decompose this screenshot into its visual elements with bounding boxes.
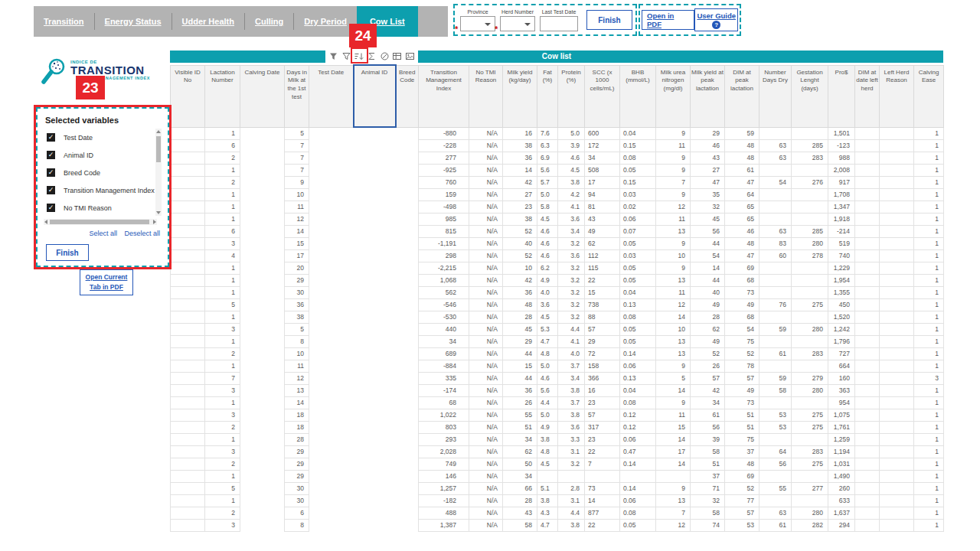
cell-gestation: 277: [792, 482, 828, 494]
cell-fat: 4.5: [537, 311, 558, 323]
filter-icon[interactable]: [341, 51, 352, 62]
cell-dim_left: [855, 458, 880, 470]
cell-no_tmi: N/A: [469, 127, 503, 139]
cell-visible_id: [171, 335, 205, 347]
filter-applied-icon[interactable]: [328, 51, 339, 62]
column-header-dim_first_test[interactable]: Days in Milk at the 1st test: [285, 65, 309, 127]
column-header-calving_ease[interactable]: Calving Ease: [914, 65, 944, 127]
cell-left_reason: [880, 152, 914, 164]
checkbox-checked-icon[interactable]: ✓: [47, 168, 55, 177]
province-select[interactable]: *: [460, 16, 495, 31]
cell-mun: 9: [656, 164, 691, 176]
checkbox-checked-icon[interactable]: ✓: [47, 186, 55, 194]
column-header-dim_left[interactable]: DIM at date left herd: [855, 65, 880, 127]
column-header-no_tmi[interactable]: No TMI Reason: [469, 65, 503, 127]
column-header-bhb[interactable]: BHB (mmol/L): [620, 65, 656, 127]
cell-pros: 1,194: [828, 445, 855, 458]
user-guide-button[interactable]: User Guide ?: [694, 8, 738, 31]
cell-no_tmi: N/A: [469, 262, 503, 274]
herd-number-select[interactable]: *: [500, 16, 535, 31]
finish-button[interactable]: Finish: [586, 10, 632, 30]
column-header-scc[interactable]: SCC (x 1000 cells/mL): [585, 65, 620, 127]
checkbox-checked-icon[interactable]: ✓: [47, 133, 55, 142]
column-header-visible_id[interactable]: Visible ID No: [171, 65, 205, 127]
column-header-mun[interactable]: Milk urea nitrogen (mg/dl): [656, 65, 691, 127]
tab-udder-health[interactable]: Udder Health: [172, 6, 244, 37]
checkbox-checked-icon[interactable]: ✓: [47, 204, 55, 212]
column-header-tmi[interactable]: Transition Management Index: [419, 65, 469, 127]
column-header-animal_id[interactable]: Animal ID: [354, 65, 396, 127]
cell-my_peak: 58: [691, 507, 725, 519]
cell-breed_code: [396, 249, 419, 262]
cell-dim_first_test: 7: [285, 139, 309, 152]
column-header-left_reason[interactable]: Left Herd Reason: [880, 65, 914, 127]
cell-days_dry: 63: [760, 507, 792, 519]
cell-breed_code: [396, 445, 419, 458]
column-header-my_peak[interactable]: Milk yield at peak lactation: [691, 65, 725, 127]
column-header-days_dry[interactable]: Number Days Dry: [760, 65, 792, 127]
column-header-test_date[interactable]: Test Date: [309, 65, 354, 127]
required-asterisk: *: [495, 24, 498, 34]
grid-view-icon[interactable]: [391, 51, 403, 62]
cell-visible_id: [171, 262, 205, 274]
column-header-dim_peak[interactable]: DIM at peak lactation: [725, 65, 760, 127]
cell-fat: 5.3: [537, 323, 558, 335]
select-all-link[interactable]: Select all: [89, 230, 117, 237]
column-header-breed_code[interactable]: Breed Code: [396, 65, 419, 127]
last-test-date-input[interactable]: [540, 16, 578, 31]
column-header-milk_yield[interactable]: Milk yield (kg/day): [503, 65, 537, 127]
exclude-missing-icon[interactable]: [379, 51, 390, 62]
horizontal-scrollbar[interactable]: [44, 219, 157, 225]
image-view-icon[interactable]: [404, 51, 416, 62]
cell-breed_code: [396, 433, 419, 445]
scroll-up-icon[interactable]: [156, 130, 161, 133]
cell-fat: 5.7: [537, 176, 558, 188]
column-header-calving_date[interactable]: Calving Date: [240, 65, 285, 127]
cell-calving_date: [240, 262, 285, 274]
deselect-all-link[interactable]: Deselect all: [124, 230, 160, 237]
vertical-scrollbar[interactable]: [155, 129, 162, 216]
table-row: 315-1,191N/A404.63.2620.0594448832805191: [171, 237, 944, 249]
cell-bhb: 0.05: [620, 164, 656, 176]
open-current-tab-pdf-button[interactable]: Open Current Tab in PDF: [80, 269, 133, 295]
cell-no_tmi: N/A: [469, 311, 503, 323]
tab-culling[interactable]: Culling: [245, 6, 293, 37]
tab-dry-period[interactable]: Dry Period: [294, 6, 357, 37]
magnifier-icon: [37, 57, 70, 90]
variables-finish-button[interactable]: Finish: [46, 244, 89, 261]
cell-dim_left: [855, 323, 880, 335]
column-header-protein[interactable]: Protein (%): [558, 65, 585, 127]
cell-no_tmi: N/A: [469, 139, 503, 152]
aggregate-icon[interactable]: [366, 51, 377, 62]
cell-dim_left: [855, 507, 880, 519]
checkbox-checked-icon[interactable]: ✓: [47, 151, 55, 159]
cell-calving_date: [240, 127, 285, 139]
scroll-thumb[interactable]: [156, 136, 161, 162]
scroll-thumb[interactable]: [50, 220, 149, 224]
column-header-gestation[interactable]: Gestation Lenght (days): [792, 65, 828, 127]
cell-days_dry: 63: [760, 139, 792, 152]
cell-dim_first_test: 36: [285, 298, 309, 311]
tab-transition[interactable]: Transition: [34, 6, 94, 37]
scroll-down-icon[interactable]: [156, 211, 161, 214]
cell-milk_yield: 26: [503, 396, 537, 409]
cell-dim_peak: 75: [725, 335, 760, 347]
cell-animal_id: [354, 470, 396, 482]
column-header-pros[interactable]: Pro$: [828, 65, 855, 127]
open-in-pdf-button[interactable]: Open in PDF: [642, 10, 694, 30]
column-header-lactation[interactable]: Lactation Number: [205, 65, 240, 127]
column-header-fat[interactable]: Fat (%): [537, 65, 558, 127]
cell-breed_code: [396, 152, 419, 164]
scroll-left-icon[interactable]: [44, 220, 47, 224]
tab-energy-status[interactable]: Energy Status: [95, 6, 172, 37]
cell-dim_first_test: 10: [285, 188, 309, 201]
cell-scc: 72: [585, 347, 620, 360]
cell-visible_id: [171, 323, 205, 335]
cell-bhb: 0.07: [620, 225, 656, 237]
sort-icon[interactable]: [353, 51, 364, 62]
cell-dim_first_test: 12: [285, 372, 309, 384]
cell-calving_date: [240, 347, 285, 360]
scroll-right-icon[interactable]: [153, 220, 156, 224]
cell-dim_peak: 52: [725, 347, 760, 360]
cell-mun: 9: [656, 482, 691, 494]
